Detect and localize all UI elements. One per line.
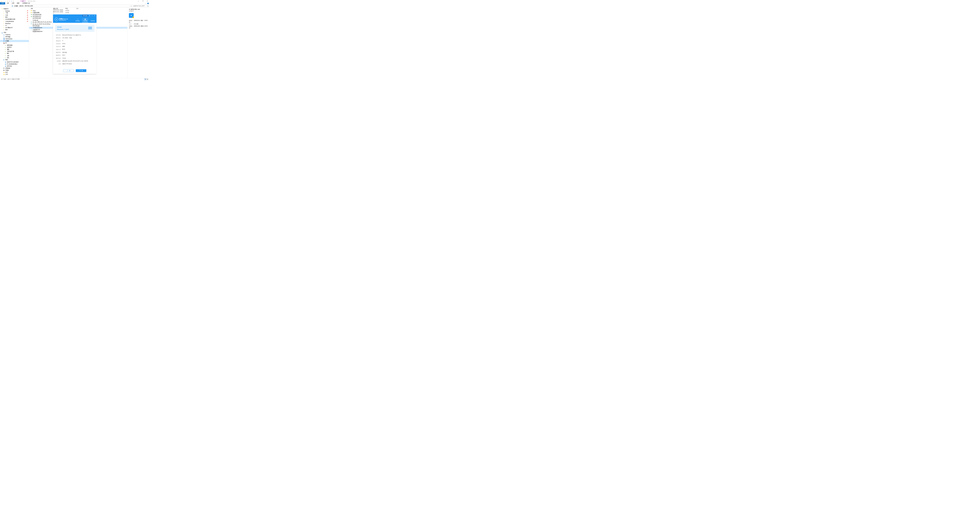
- details-meta-row: 大小:27.6 MB: [129, 24, 148, 25]
- installer-titlebar: 联系客服 ≡ — ✕: [53, 14, 97, 17]
- sysinfo-row: 主板英特尔 X79 Series: [55, 62, 95, 65]
- close-button[interactable]: ✕: [145, 0, 150, 2]
- nav-lib-item[interactable]: ▸文档: [0, 55, 29, 57]
- tab-view[interactable]: 查看: [16, 2, 21, 5]
- nav-qa-item[interactable]: ▸图片: [0, 29, 29, 31]
- file-row[interactable]: 📁U盘安装教程2020/12/25, 星期五 1...文件夹: [29, 12, 127, 14]
- prev-button[interactable]: 上一步: [63, 69, 74, 72]
- nav-lib-item[interactable]: ▸本机照片: [0, 46, 29, 48]
- nav-qa-item[interactable]: ▸图片📌: [0, 16, 29, 18]
- installer-header: ✦ 云骑士 装机大师 www.yunqishi.net ⬚启动U盘▦一键装机🌐官…: [53, 17, 97, 23]
- maximize-button[interactable]: ☐: [141, 0, 145, 2]
- nav-up-button[interactable]: ↑: [8, 5, 11, 7]
- help-icon[interactable]: ?: [147, 3, 148, 4]
- tab-home[interactable]: 主页: [5, 2, 10, 5]
- folder-icon: ▸: [3, 18, 5, 20]
- minimize-button[interactable]: —: [136, 0, 141, 2]
- ribbon-expand-icon[interactable]: ⌄: [145, 3, 146, 4]
- nav-desktop[interactable]: ▬桌面: [0, 32, 29, 34]
- nav-desktop-item[interactable]: ☁OneDrive: [0, 34, 29, 36]
- nav-lib-item[interactable]: ▸图片: [0, 52, 29, 55]
- breadcrumb-part[interactable]: 此电脑: [14, 5, 18, 7]
- nav-qa-item[interactable]: ▸文档📌: [0, 14, 29, 16]
- breadcrumb-part[interactable]: 文档 (E:): [19, 5, 24, 7]
- qat-dropdown-icon[interactable]: ▾: [13, 0, 14, 2]
- minimize-icon[interactable]: —: [91, 15, 94, 16]
- search-input[interactable]: 搜索"Win7x64_2020" 🔍: [133, 5, 149, 7]
- nav-qa-item[interactable]: ▸Desktop📌: [0, 10, 29, 12]
- chevron-right-icon[interactable]: ›: [18, 5, 19, 6]
- installer-tab[interactable]: ⬚启动U盘: [76, 18, 80, 23]
- view-details-button[interactable]: ☰: [145, 78, 146, 80]
- nav-qa-item[interactable]: ▸win7重装win7: [0, 27, 29, 29]
- file-icon: 💿: [30, 23, 32, 25]
- star-icon: ★: [1, 8, 3, 10]
- menu-icon[interactable]: ≡: [89, 15, 91, 16]
- file-row[interactable]: 📁Tools2020/12/25, 星期五 1...文件夹: [29, 10, 127, 11]
- nav-forward-button[interactable]: →: [3, 5, 5, 7]
- lib-icon: ▸: [5, 53, 6, 54]
- nav-net-item[interactable]: 🖥ZMT2019: [0, 65, 29, 67]
- close-red-icon[interactable]: ✕: [9, 0, 10, 2]
- folder-icon: ▬: [0, 0, 2, 2]
- file-icon: ◉: [30, 27, 32, 29]
- nav-qa-item[interactable]: ▸G:\: [0, 24, 29, 27]
- tab-icon: 🌐: [91, 18, 95, 20]
- column-type[interactable]: 类型: [65, 7, 76, 10]
- installer-tab[interactable]: 🌐官方网址: [91, 18, 95, 23]
- nav-files[interactable]: 📁文件: [0, 73, 29, 76]
- nav-back-button[interactable]: ←: [0, 5, 3, 7]
- nav-lib-item[interactable]: ▸视频: [0, 48, 29, 50]
- nav-software[interactable]: 📁软件: [0, 71, 29, 73]
- nav-qa-item[interactable]: ▸excel表格制作求和📌: [0, 18, 29, 20]
- context-tab-manage[interactable]: 管理: [20, 0, 26, 2]
- nav-history-dropdown[interactable]: ▾: [6, 5, 8, 7]
- pc-icon: 🖥: [5, 65, 6, 67]
- nav-qa-item[interactable]: ▸下载📌: [0, 12, 29, 14]
- breadcrumb-dropdown-icon[interactable]: ⌄: [129, 5, 130, 6]
- details-meta-row: 修改日期:2020/10/12, 星期一 15:30: [129, 20, 148, 23]
- column-name[interactable]: 名称: [29, 7, 52, 10]
- nav-desktop-item[interactable]: ☁WPS网盘: [0, 36, 29, 38]
- nav-lib-item[interactable]: ▸音乐: [0, 57, 29, 59]
- nav-desktop-item[interactable]: 👤Administrator: [0, 38, 29, 40]
- nav-lib-item[interactable]: ▸保存的图片: [0, 44, 29, 46]
- column-size[interactable]: 大小: [76, 7, 86, 10]
- folder-alt-icon[interactable]: ▮: [6, 0, 8, 2]
- close-icon[interactable]: ✕: [94, 15, 96, 16]
- view-icons-button[interactable]: ▦: [146, 78, 148, 80]
- check-icon[interactable]: ✓: [5, 0, 6, 2]
- folder-icon: 📁: [3, 72, 5, 73]
- file-icon: ▫: [30, 17, 32, 19]
- search-icon[interactable]: 🔍: [147, 5, 148, 6]
- details-pane: 本地硬盘安装.exe 应用程序 ◉ 修改日期:2020/10/12, 星期一 1…: [127, 7, 150, 78]
- nav-qa-item[interactable]: ▸Bandicam: [0, 22, 29, 24]
- refresh-button[interactable]: ↻: [131, 5, 132, 6]
- next-button[interactable]: 下一步: [76, 69, 86, 72]
- item-icon: ☁: [3, 36, 5, 38]
- chevron-right-icon[interactable]: ›: [24, 5, 24, 6]
- nav-net-item[interactable]: 🖥PC-20190530OBLA: [0, 63, 29, 65]
- nav-lib-item[interactable]: ▸天翼云盘下载: [0, 51, 29, 52]
- tab-file[interactable]: 文件: [0, 2, 5, 5]
- nav-control-panel[interactable]: ⚙控制面板: [0, 67, 29, 69]
- refresh-icon[interactable]: ↻: [11, 0, 12, 2]
- tab-share[interactable]: 共享: [11, 2, 16, 5]
- nav-recycle-bin[interactable]: 🗑回收站: [0, 69, 29, 71]
- nav-network[interactable]: 🖧网络: [0, 59, 29, 61]
- nav-desktop-item[interactable]: 📚库: [0, 42, 29, 44]
- window-title: Win7x64_2020: [28, 0, 35, 2]
- contact-support-button[interactable]: 联系客服: [82, 15, 88, 17]
- nav-desktop-item[interactable]: 🖥此电脑: [0, 40, 29, 42]
- file-icon: ▣: [30, 16, 32, 17]
- desktop-icon: ▬: [1, 32, 3, 33]
- pin-icon: 📌: [27, 14, 28, 16]
- nav-net-item[interactable]: 🖥DESKTOP-LSSOEDP: [0, 61, 29, 63]
- breadcrumb[interactable]: 🖥 › 此电脑 › 文档 (E:) › Win7x64_2020 ⌄ ↻: [11, 5, 132, 7]
- nav-qa-item[interactable]: ▸YUNQISHI2019📌: [0, 21, 29, 22]
- nav-quick-access[interactable]: ★快速访问: [0, 8, 29, 10]
- installer-tab[interactable]: ▦一键装机: [82, 18, 88, 23]
- chevron-right-icon[interactable]: ›: [14, 5, 14, 6]
- tab-app-tools[interactable]: 应用程序工具: [21, 2, 31, 5]
- breadcrumb-part[interactable]: Win7x64_2020: [25, 5, 33, 6]
